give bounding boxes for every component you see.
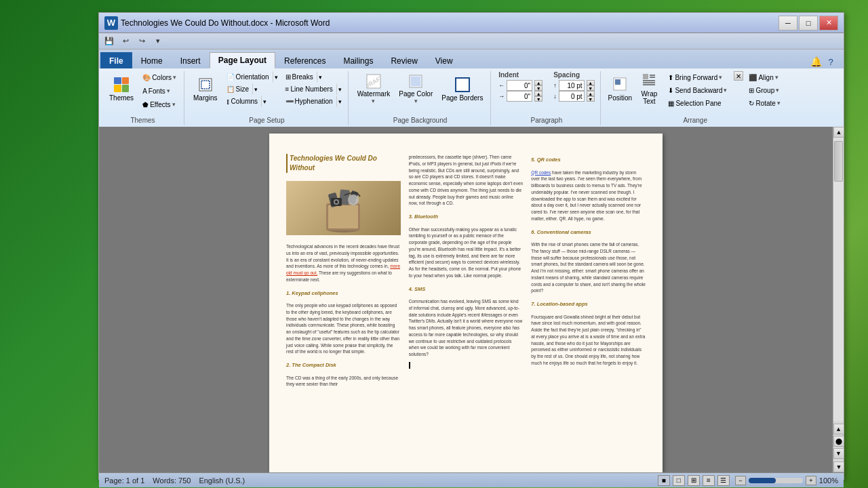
title-bar-controls[interactable]: ─ □ ✕ — [778, 16, 838, 30]
tab-insert[interactable]: Insert — [172, 52, 210, 68]
vertical-scrollbar[interactable]: ▲ ▲ ⬤ ▼ ▼ — [833, 127, 844, 472]
collapse-icon[interactable]: ✕ — [734, 71, 743, 81]
theme-colors-button[interactable]: 🎨 Colors ▾ — [139, 71, 180, 83]
indent-left-input[interactable] — [507, 80, 532, 91]
section6-heading: 6. Conventional cameras — [531, 229, 646, 237]
undo-qat-button[interactable]: ↩ — [118, 35, 133, 48]
full-screen-btn[interactable]: □ — [673, 475, 685, 486]
group-button[interactable]: ⊞ Group ▾ — [745, 84, 783, 96]
line-numbers-dropdown[interactable]: ▾ — [336, 83, 344, 95]
rotate-button[interactable]: ↻ Rotate ▾ — [745, 97, 783, 109]
margins-button[interactable]: Margins — [190, 71, 221, 106]
highlight-more-old: more old must go out. — [286, 264, 400, 275]
align-button[interactable]: ⬛ Align ▾ — [745, 71, 783, 83]
minimize-button[interactable]: ─ — [778, 16, 797, 30]
draft-btn[interactable]: ☰ — [717, 475, 730, 486]
watermark-button[interactable]: DRAFT Watermark ▾ — [354, 71, 394, 106]
select-browse-btn[interactable]: ⬤ — [833, 436, 844, 447]
hyphenation-btn-group[interactable]: ➖ Hyphenation ▾ — [282, 96, 344, 107]
svg-rect-5 — [411, 77, 420, 86]
theme-colors-icon: 🎨 — [142, 74, 151, 81]
question-button[interactable]: ? — [823, 55, 838, 68]
status-left: Page: 1 of 1 Words: 750 English (U.S.) — [104, 476, 245, 485]
arrange-collapse-btn[interactable]: ✕ — [734, 71, 743, 81]
tab-view[interactable]: View — [427, 52, 462, 68]
spacing-after-input[interactable] — [559, 91, 585, 102]
close-button[interactable]: ✕ — [819, 16, 838, 30]
scrollbar-track[interactable] — [833, 138, 844, 421]
orientation-dropdown[interactable]: ▾ — [273, 71, 280, 83]
svg-point-25 — [352, 199, 355, 201]
scrollbar-up-button[interactable]: ▲ — [833, 127, 844, 138]
indent-right-input[interactable] — [507, 91, 532, 102]
tab-file[interactable]: File — [100, 52, 132, 68]
theme-fonts-button[interactable]: A Fonts ▾ — [139, 85, 180, 97]
scroll-prev-page[interactable]: ▲ — [833, 424, 844, 434]
web-layout-btn[interactable]: ⊞ — [688, 475, 700, 486]
zoom-out-button[interactable]: − — [735, 476, 746, 485]
breaks-button[interactable]: ⊞ Breaks — [282, 71, 317, 83]
scrollbar-down-button[interactable]: ▼ — [833, 462, 844, 472]
save-qat-button[interactable]: 💾 — [102, 35, 117, 48]
breaks-btn-group[interactable]: ⊞ Breaks ▾ — [282, 71, 344, 83]
qat-dropdown-button[interactable]: ▾ — [151, 35, 165, 48]
columns-btn-group[interactable]: ⫿ Columns ▾ — [223, 96, 280, 107]
tab-home[interactable]: Home — [132, 52, 172, 68]
selection-pane-button[interactable]: ▦ Selection Pane — [665, 97, 730, 109]
size-dropdown[interactable]: ▾ — [252, 83, 260, 95]
zoom-in-button[interactable]: + — [806, 476, 816, 485]
section2-text-cont: predecessors, the cassette tape (shiver)… — [409, 154, 524, 207]
page-borders-button[interactable]: Page Borders — [438, 71, 486, 106]
section2-heading: 2. The Compact Disk — [286, 362, 401, 369]
position-button[interactable]: Position — [606, 71, 633, 106]
indent-left-down[interactable]: ▼ — [534, 85, 542, 91]
hyphenation-dropdown[interactable]: ▾ — [336, 96, 344, 107]
spacing-after-down[interactable]: ▼ — [587, 96, 595, 102]
ribbon-help-area: 🔔 ? — [462, 55, 842, 68]
tab-references[interactable]: References — [275, 52, 334, 68]
page-setup-group: Margins 📄 Orientation ▾ 📋 Size — [186, 71, 349, 125]
spacing-before-down[interactable]: ▼ — [587, 85, 595, 91]
breaks-dropdown[interactable]: ▾ — [317, 71, 324, 83]
themes-button[interactable]: Themes — [106, 71, 137, 106]
redo-qat-button[interactable]: ↪ — [134, 35, 149, 48]
line-numbers-btn-group[interactable]: ≡ Line Numbers ▾ — [282, 83, 344, 95]
page-color-button[interactable]: Page Color ▾ — [395, 71, 436, 106]
svg-rect-8 — [615, 79, 620, 85]
print-layout-btn[interactable]: ■ — [658, 475, 670, 486]
zoom-slider[interactable] — [749, 478, 803, 483]
maximize-button[interactable]: □ — [799, 16, 818, 30]
spacing-after-up[interactable]: ▲ — [587, 91, 595, 96]
orientation-button[interactable]: 📄 Orientation — [223, 71, 273, 83]
send-backward-icon: ⬇ — [668, 87, 673, 94]
line-numbers-button[interactable]: ≡ Line Numbers — [282, 83, 336, 95]
spacing-before-up[interactable]: ▲ — [587, 80, 595, 85]
tab-page-layout[interactable]: Page Layout — [210, 52, 275, 68]
wrap-text-button[interactable]: WrapText — [635, 71, 663, 106]
tab-mailings[interactable]: Mailings — [334, 52, 382, 68]
tab-review[interactable]: Review — [382, 52, 426, 68]
theme-effects-button[interactable]: ⬟ Effects ▾ — [139, 98, 180, 110]
spacing-before-input[interactable] — [559, 80, 585, 91]
outline-btn[interactable]: ≡ — [703, 475, 715, 486]
document-area: Technologies We Could Do Without — [99, 127, 844, 472]
hyphenation-button[interactable]: ➖ Hyphenation — [282, 96, 336, 107]
send-backward-button[interactable]: ⬇ Send Backward ▾ — [665, 84, 730, 96]
scroll-next-page[interactable]: ▼ — [833, 448, 844, 459]
text-cursor — [409, 362, 410, 369]
size-button[interactable]: 📋 Size — [223, 83, 252, 95]
columns-button[interactable]: ⫿ Columns — [223, 96, 261, 107]
help-button[interactable]: 🔔 — [808, 55, 823, 68]
document-page[interactable]: Technologies We Could Do Without — [269, 134, 663, 472]
themes-group-content: Themes 🎨 Colors ▾ A Fonts ▾ ⬟ — [106, 71, 180, 115]
svg-rect-6 — [456, 78, 469, 92]
size-btn-group[interactable]: 📋 Size ▾ — [223, 83, 280, 95]
indent-right-up[interactable]: ▲ — [534, 91, 542, 96]
scrollbar-thumb[interactable] — [834, 141, 843, 182]
page-info: Page: 1 of 1 — [104, 476, 144, 485]
orientation-btn-group[interactable]: 📄 Orientation ▾ — [223, 71, 280, 83]
bring-forward-button[interactable]: ⬆ Bring Forward ▾ — [665, 71, 730, 83]
indent-left-up[interactable]: ▲ — [534, 80, 542, 85]
columns-dropdown[interactable]: ▾ — [261, 96, 269, 107]
indent-right-down[interactable]: ▼ — [534, 96, 542, 102]
